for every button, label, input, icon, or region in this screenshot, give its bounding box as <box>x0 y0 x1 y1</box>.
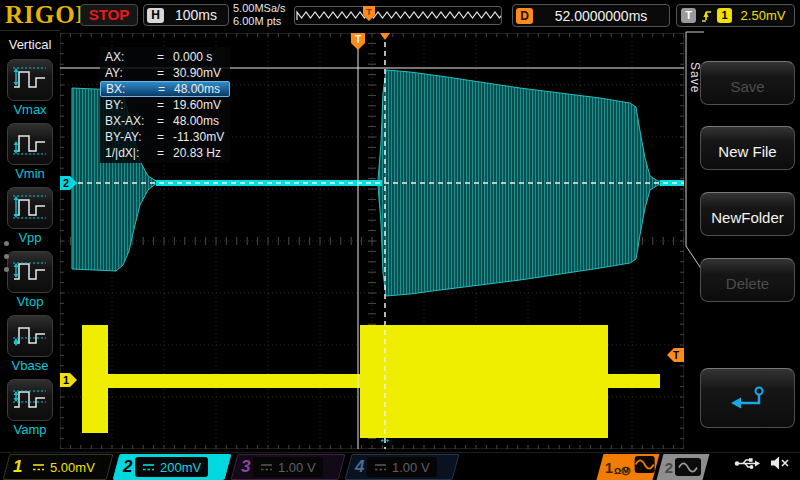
vtop-icon <box>11 257 49 287</box>
cursor-readout-panel: AX:=0.000 sAY:=30.90mVBX:=48.00msBY:=19.… <box>100 47 230 163</box>
vamp-icon <box>11 385 49 415</box>
vpp-icon <box>11 193 49 223</box>
measure-item-vmin[interactable]: Vmin <box>0 123 60 181</box>
waveform-display[interactable]: T21T↔ AX:=0.000 sAY:=30.90mVBX:=48.00msB… <box>60 33 684 449</box>
dc-coupling-icon <box>260 463 273 472</box>
dc-coupling-icon <box>32 463 45 472</box>
channel1-number: 1 <box>13 457 22 477</box>
usb-icon <box>734 457 760 470</box>
sine-wave-icon <box>678 462 698 473</box>
measure-item-vmax[interactable]: Vmax <box>0 59 60 117</box>
svg-text:↔: ↔ <box>378 430 392 446</box>
oscilloscope-screen: RIGOL STOP H 100ms 5.00MSa/s 6.00M pts T… <box>0 0 800 480</box>
new-file-button[interactable]: New File <box>700 126 795 170</box>
svg-text:1: 1 <box>63 374 69 386</box>
return-arrow-icon <box>726 384 770 412</box>
rising-edge-icon <box>700 8 713 24</box>
top-bar: RIGOL STOP H 100ms 5.00MSa/s 6.00M pts T… <box>0 0 800 30</box>
measure-item-vbase[interactable]: Vbase <box>0 315 60 373</box>
delete-button[interactable]: Delete <box>700 258 795 302</box>
right-menu-save: Save Save New File NewFolder Delete <box>684 30 800 452</box>
cursor-row: 1/|dX|:=20.83 Hz <box>100 145 230 161</box>
channel2-number: 2 <box>123 457 132 477</box>
run-state-indicator: STOP <box>80 4 138 26</box>
cursor-row: BY:=19.60mV <box>100 97 230 113</box>
speaker-muted-icon <box>770 456 790 470</box>
dc-coupling-icon <box>374 463 387 472</box>
dc-coupling-icon <box>142 463 155 472</box>
new-folder-button[interactable]: NewFolder <box>700 192 795 236</box>
bottom-bar: 1 5.00mV 2 200mV 3 1.00 V 4 1.00 V <box>0 452 800 480</box>
vmax-icon <box>11 65 49 95</box>
save-button[interactable]: Save <box>700 61 795 105</box>
channel1-scale: 5.00mV <box>50 460 95 475</box>
memory-depth: 6.00M pts <box>233 15 286 28</box>
menu-page-dots <box>4 241 9 272</box>
sample-rate: 5.00MSa/s <box>233 2 286 15</box>
channel3-tile[interactable]: 3 1.00 V <box>231 454 346 480</box>
timebase-value: 100ms <box>164 7 228 23</box>
memory-position-bar[interactable]: T <box>294 6 502 25</box>
cursor-row: BX-AX:=48.00ms <box>100 113 230 129</box>
sine-wave-icon <box>634 459 654 470</box>
trigger-status-box[interactable]: T 1 2.50mV <box>676 4 795 27</box>
cursor-row: AY:=30.90mV <box>100 65 230 81</box>
delay-box[interactable]: D 52.0000000ms <box>512 4 670 27</box>
horizontal-badge: H <box>147 8 164 23</box>
vbase-icon <box>11 321 49 351</box>
channel3-scale: 1.00 V <box>278 460 316 475</box>
delay-badge: D <box>516 8 533 24</box>
delay-value: 52.0000000ms <box>533 8 669 24</box>
source1-indicator[interactable]: 1 ΩⓂ <box>597 454 660 480</box>
trigger-source-badge: 1 <box>717 8 732 23</box>
channel3-number: 3 <box>241 457 250 477</box>
back-button[interactable] <box>700 368 795 428</box>
cursor-row: AX:=0.000 s <box>100 49 230 65</box>
channel2-scale: 200mV <box>160 460 201 475</box>
channel4-tile[interactable]: 4 1.00 V <box>345 454 460 480</box>
left-menu-title: Vertical <box>0 37 60 52</box>
channel4-scale: 1.00 V <box>392 460 430 475</box>
trigger-badge: T <box>681 8 696 23</box>
svg-text:T: T <box>673 350 679 361</box>
memory-waveform-icon <box>295 7 501 24</box>
channel4-number: 4 <box>355 457 364 477</box>
vmin-icon <box>11 129 49 159</box>
svg-text:T: T <box>355 34 361 45</box>
cursor-row: BY-AY:=-11.30mV <box>100 129 230 145</box>
measure-item-vpp[interactable]: Vpp <box>0 187 60 245</box>
svg-text:2: 2 <box>63 177 69 189</box>
channel2-tile-selected[interactable]: 2 200mV <box>113 454 232 480</box>
measure-item-vtop[interactable]: Vtop <box>0 251 60 309</box>
trigger-level-value: 2.50mV <box>736 8 790 23</box>
horizontal-timebase-box[interactable]: H 100ms <box>143 4 229 26</box>
source2-indicator[interactable]: 2 <box>657 454 710 480</box>
measure-item-vamp[interactable]: Vamp <box>0 379 60 437</box>
source2-number: 2 <box>665 459 673 476</box>
channel1-tile[interactable]: 1 5.00mV <box>3 454 114 480</box>
source1-mod-icon: Ⓜ <box>621 466 630 476</box>
source1-number: 1 <box>605 459 613 476</box>
left-menu-vertical: Vertical Vmax Vmin Vpp Vtop Vbase Vamp <box>0 30 60 452</box>
acquisition-info: 5.00MSa/s 6.00M pts <box>233 2 286 28</box>
cursor-row: BX:=48.00ms <box>100 81 230 97</box>
